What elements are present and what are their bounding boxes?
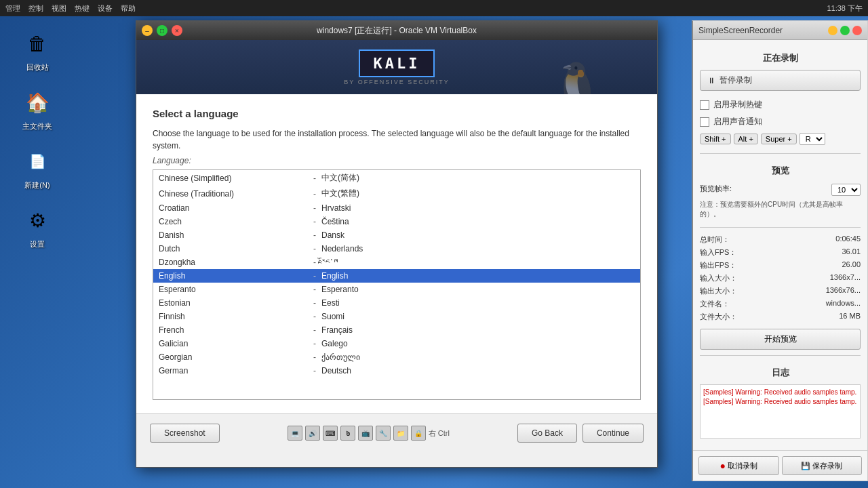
stat-total-time: 总时间： 0:06:45 [700, 233, 861, 246]
taskbar-top-right: 11:38 下午 [827, 3, 863, 14]
lang-separator: - [308, 298, 321, 308]
lang-separator: - [308, 271, 321, 281]
lang-native: Galego [321, 339, 635, 348]
kali-logo-text: KALI [359, 49, 435, 77]
desktop: 管理 控制 视图 热键 设备 帮助 11:38 下午 🗑 回收站 🏠 主文件夹 … [0, 0, 868, 488]
lang-name: Estonian [159, 298, 308, 308]
ssr-note: 注意：预览需要额外的CPU时间（尤其是高帧率的）。 [700, 197, 861, 222]
desktop-icon-settings[interactable]: ⚙ 设置 [14, 204, 61, 249]
input-fps-value: 36.01 [842, 247, 861, 258]
vbox-minimize-button[interactable]: – [142, 25, 153, 36]
cancel-icon: ● [720, 460, 726, 471]
taskbar-menu-control[interactable]: 控制 [28, 3, 43, 14]
output-fps-label: 输出FPS： [700, 260, 736, 270]
lang-name: Esperanto [159, 285, 308, 294]
language-list[interactable]: Chinese (Simplified) - 中文(简体) Chinese (T… [153, 169, 641, 400]
lang-native: ქართული [321, 352, 635, 362]
lang-separator: - [308, 366, 321, 375]
output-fps-value: 26.00 [842, 260, 861, 270]
screenshot-button[interactable]: Screenshot [150, 424, 220, 443]
vbox-title: windows7 [正在运行] - Oracle VM VirtualBox [182, 25, 611, 37]
fps-select[interactable]: 10 [831, 184, 861, 196]
hotkey-row: 启用录制热键 [700, 96, 861, 113]
audio-checkbox[interactable] [700, 117, 709, 127]
continue-button[interactable]: Continue [583, 424, 644, 443]
save-recording-button[interactable]: 💾 保存录制 [782, 456, 863, 475]
lang-native: Dansk [321, 230, 635, 240]
vbox-window-controls[interactable]: – □ × [142, 25, 182, 36]
installer-footer: Screenshot 💻 🔊 ⌨ 🖱 📺 🔧 📁 🔒 右 Ctrl Go Bac… [136, 413, 657, 452]
settings-label: 设置 [30, 239, 45, 249]
desktop-icon-home[interactable]: 🏠 主文件夹 [14, 86, 61, 131]
desktop-icon-trash[interactable]: 🗑 回收站 [14, 27, 61, 73]
desktop-icon-new[interactable]: 📄 新建(N) [14, 145, 61, 190]
new-icon: 📄 [21, 145, 54, 178]
language-row[interactable]: Chinese (Traditional) - 中文(繁體) [153, 186, 640, 201]
vbox-close-button[interactable]: × [172, 25, 182, 36]
language-row[interactable]: Estonian - Eesti [153, 296, 640, 310]
language-row[interactable]: Dutch - Nederlands [153, 242, 640, 256]
language-row[interactable]: German - Deutsch [153, 364, 640, 378]
ssr-minimize-button[interactable] [828, 26, 837, 35]
vbox-maximize-button[interactable]: □ [157, 25, 167, 36]
footer-icon-5: 📺 [358, 426, 373, 441]
save-icon: 💾 [801, 462, 810, 470]
footer-icon-1: 💻 [288, 426, 302, 441]
language-row[interactable]: Galician - Galego [153, 337, 640, 350]
language-row[interactable]: Georgian - ქართული [153, 350, 640, 364]
ssr-status-label: 正在录制 [700, 47, 861, 70]
total-time-value: 0:06:45 [835, 235, 861, 245]
lang-separator: - [308, 230, 321, 240]
home-label: 主文件夹 [22, 121, 52, 131]
virtualbox-window: – □ × windows7 [正在运行] - Oracle VM Virtua… [136, 20, 658, 468]
language-row[interactable]: Czech - Čeština [153, 215, 640, 228]
go-back-button[interactable]: Go Back [517, 424, 577, 443]
language-row[interactable]: Finnish - Suomi [153, 310, 640, 323]
cancel-recording-button[interactable]: ● 取消录制 [698, 456, 779, 475]
language-row[interactable]: Esperanto - Esperanto [153, 283, 640, 296]
language-row[interactable]: English - English [153, 269, 640, 283]
ssr-title: SimpleScreenRecorder [698, 26, 783, 35]
footer-icon-4: 🖱 [340, 426, 355, 441]
start-preview-button[interactable]: 开始预览 [700, 329, 861, 350]
lang-separator: - [308, 312, 321, 321]
installer-content: Select a language Choose the language to… [136, 94, 657, 413]
lang-separator: - [308, 285, 321, 294]
filename-label: 文件名： [700, 299, 730, 309]
lang-separator: - [308, 174, 321, 183]
ssr-close-button[interactable] [852, 26, 862, 35]
language-row[interactable]: French - Français [153, 323, 640, 337]
ssr-panel: SimpleScreenRecorder 正在录制 ⏸ 暂停录制 启用录制热键 … [692, 20, 868, 481]
time-display: 11:38 下午 [827, 3, 863, 14]
footer-icon-6: 🔧 [376, 426, 391, 441]
language-row[interactable]: Chinese (Simplified) - 中文(简体) [153, 170, 640, 186]
hotkey-checkbox[interactable] [700, 100, 709, 110]
super-badge: Super + [761, 134, 797, 144]
language-row[interactable]: Danish - Dansk [153, 228, 640, 242]
lang-native: རྫོང་ཁ [321, 258, 635, 267]
output-size-value: 1366x76... [826, 286, 861, 296]
cancel-label: 取消录制 [728, 461, 757, 471]
lang-native: English [321, 271, 635, 281]
taskbar-menu-help[interactable]: 帮助 [121, 3, 136, 14]
preview-section-title: 预览 [700, 159, 861, 182]
fps-row: 预览帧率: 10 [700, 182, 861, 197]
taskbar-menu-devices[interactable]: 设备 [98, 3, 113, 14]
pause-recording-button[interactable]: ⏸ 暂停录制 [700, 70, 861, 91]
taskbar-menu-view[interactable]: 视图 [52, 3, 66, 14]
ssr-window-controls[interactable] [828, 26, 862, 35]
stat-output-fps: 输出FPS： 26.00 [700, 259, 861, 272]
ssr-maximize-button[interactable] [840, 26, 850, 35]
language-row[interactable]: Dzongkha - རྫོང་ཁ [153, 256, 640, 269]
lang-name: Chinese (Simplified) [159, 174, 308, 183]
footer-icon-2: 🔊 [305, 426, 320, 441]
lang-name: Czech [159, 217, 308, 226]
taskbar-menu-hotkey[interactable]: 热键 [75, 3, 90, 14]
taskbar-menu-manage[interactable]: 管理 [5, 3, 20, 14]
hotkey-key-select[interactable]: R [800, 133, 825, 145]
stat-filesize: 文件大小： 16 MB [700, 310, 861, 323]
hotkey-config-row: Shift + Alt + Super + R [700, 130, 861, 148]
filename-value: windows... [826, 299, 861, 309]
language-row[interactable]: Croatian - Hrvatski [153, 201, 640, 215]
log-entry-2: [Samples] Warning: Received audio sample… [703, 397, 857, 407]
